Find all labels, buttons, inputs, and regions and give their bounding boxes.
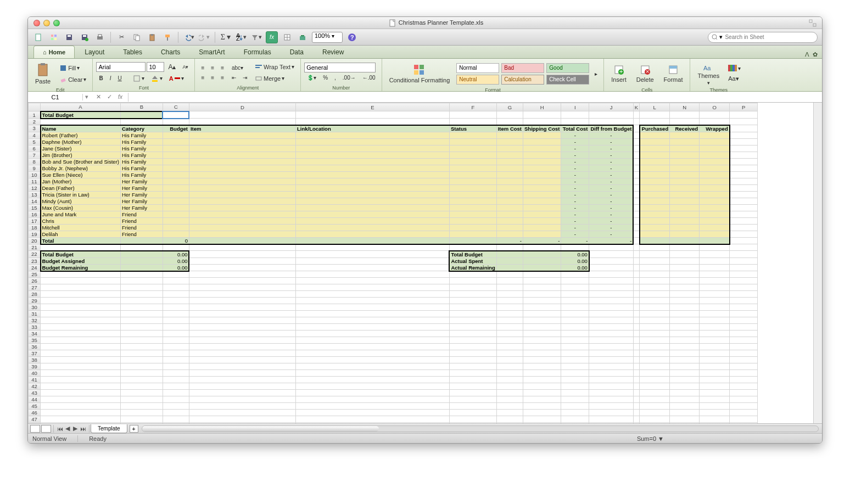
- cell[interactable]: [295, 416, 449, 423]
- cell[interactable]: [589, 264, 633, 271]
- align-bottom-button[interactable]: ≡: [218, 63, 227, 72]
- name-box[interactable]: C1: [28, 94, 83, 100]
- cell[interactable]: -: [561, 138, 589, 145]
- cell[interactable]: [640, 396, 670, 403]
- cell[interactable]: [561, 111, 589, 119]
- cell[interactable]: [163, 217, 189, 224]
- cell[interactable]: -: [589, 237, 633, 244]
- style-calculation[interactable]: Calculation: [501, 75, 544, 85]
- cell[interactable]: [700, 178, 730, 184]
- cell[interactable]: [189, 119, 295, 125]
- align-middle-button[interactable]: ≡: [208, 63, 217, 72]
- cell[interactable]: [670, 357, 700, 363]
- cell[interactable]: [295, 284, 449, 291]
- border-button[interactable]: ▾: [130, 73, 147, 84]
- cell[interactable]: [670, 298, 700, 304]
- cell[interactable]: [640, 224, 670, 231]
- cell[interactable]: [295, 152, 449, 158]
- cell[interactable]: [640, 191, 670, 198]
- cell[interactable]: [295, 403, 449, 410]
- decrease-font-button[interactable]: A▾: [180, 63, 191, 71]
- cell[interactable]: [449, 111, 496, 119]
- cell[interactable]: [730, 224, 758, 231]
- cell[interactable]: -: [561, 237, 589, 244]
- cell[interactable]: [295, 244, 449, 251]
- cell[interactable]: [120, 304, 163, 311]
- cell[interactable]: [700, 171, 730, 178]
- cell[interactable]: [120, 119, 163, 125]
- cell[interactable]: [640, 410, 670, 416]
- cell[interactable]: [120, 390, 163, 396]
- cell[interactable]: Mindy (Aunt): [41, 198, 121, 204]
- cell[interactable]: -: [589, 211, 633, 217]
- cell[interactable]: [449, 324, 496, 331]
- cell[interactable]: [640, 423, 670, 424]
- cell[interactable]: [163, 138, 189, 145]
- cell[interactable]: [496, 211, 523, 217]
- cell[interactable]: [589, 344, 633, 350]
- cell[interactable]: -: [589, 138, 633, 145]
- toolbox-button[interactable]: [297, 31, 309, 43]
- cell[interactable]: [730, 423, 758, 424]
- cell[interactable]: [589, 357, 633, 363]
- cell[interactable]: [700, 165, 730, 171]
- cell[interactable]: [640, 251, 670, 258]
- cell[interactable]: [41, 284, 121, 291]
- cell[interactable]: [523, 390, 561, 396]
- cell[interactable]: [41, 344, 121, 350]
- cell[interactable]: [589, 284, 633, 291]
- cell[interactable]: [670, 390, 700, 396]
- cell[interactable]: [449, 191, 496, 198]
- cell[interactable]: -: [561, 158, 589, 165]
- cell[interactable]: [163, 396, 189, 403]
- cell[interactable]: Budget Assigned: [41, 257, 121, 264]
- cell[interactable]: Dean (Father): [41, 184, 121, 191]
- cell[interactable]: Received: [670, 125, 700, 132]
- normal-view-button[interactable]: [30, 425, 40, 433]
- cell[interactable]: [633, 244, 639, 251]
- cell[interactable]: [496, 363, 523, 370]
- cell[interactable]: [449, 350, 496, 357]
- cell[interactable]: [163, 298, 189, 304]
- cell[interactable]: [523, 311, 561, 317]
- cell[interactable]: [120, 111, 163, 119]
- cell[interactable]: [589, 324, 633, 331]
- cell[interactable]: [163, 416, 189, 423]
- cell[interactable]: [449, 271, 496, 278]
- align-center-button[interactable]: ≡: [208, 73, 217, 82]
- cell[interactable]: [295, 304, 449, 311]
- cell[interactable]: [589, 410, 633, 416]
- cell[interactable]: [730, 350, 758, 357]
- cell[interactable]: [163, 198, 189, 204]
- cell[interactable]: [189, 337, 295, 344]
- cell[interactable]: [189, 291, 295, 298]
- ribbon-options-icon[interactable]: ✿: [813, 51, 818, 58]
- maximize-button[interactable]: [53, 20, 60, 26]
- sum-display[interactable]: Sum=0 ▼: [637, 435, 664, 442]
- cell[interactable]: [449, 363, 496, 370]
- cell[interactable]: [700, 224, 730, 231]
- cell[interactable]: [120, 317, 163, 324]
- cell[interactable]: [496, 396, 523, 403]
- cell[interactable]: [561, 284, 589, 291]
- cell[interactable]: [730, 132, 758, 138]
- cell[interactable]: [523, 231, 561, 237]
- increase-decimal-button[interactable]: .00→: [340, 73, 359, 82]
- cell[interactable]: [730, 271, 758, 278]
- cell[interactable]: Total Cost: [561, 125, 589, 132]
- cell[interactable]: [700, 138, 730, 145]
- cell[interactable]: [589, 416, 633, 423]
- cell[interactable]: 0: [163, 237, 189, 244]
- cell[interactable]: [670, 377, 700, 383]
- cell[interactable]: [700, 383, 730, 390]
- cell[interactable]: -: [589, 132, 633, 138]
- cell[interactable]: [700, 198, 730, 204]
- cell[interactable]: [41, 423, 121, 424]
- cell[interactable]: [163, 178, 189, 184]
- cell[interactable]: [633, 125, 639, 132]
- search-input[interactable]: [725, 34, 814, 40]
- cell[interactable]: [163, 311, 189, 317]
- cell[interactable]: [41, 244, 121, 251]
- cell[interactable]: [295, 178, 449, 184]
- cell[interactable]: [670, 178, 700, 184]
